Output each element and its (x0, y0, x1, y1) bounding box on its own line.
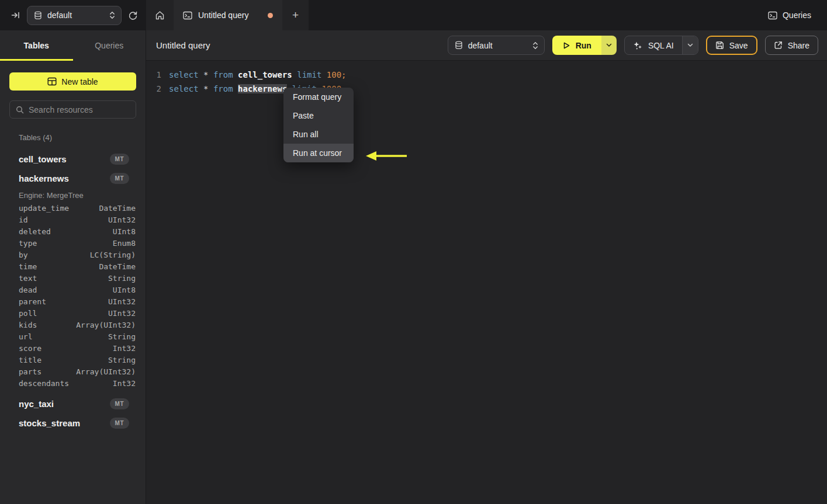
sql-ai-label: SQL AI (648, 41, 674, 50)
run-options-caret[interactable] (601, 36, 617, 55)
column-type: UInt32 (108, 297, 136, 306)
line-number: 2 (155, 82, 161, 96)
home-button[interactable] (146, 0, 174, 30)
code-token: hackernews (238, 84, 287, 93)
table-row[interactable]: cell_towers MT (9, 150, 136, 169)
table-engine-row: Engine: MergeTree (9, 188, 136, 202)
editor-code-line: 2 select * from hackernews limit 1000 (155, 82, 827, 96)
column-type: UInt32 (108, 309, 136, 318)
tab-untitled-query[interactable]: Untitled query (174, 0, 282, 30)
sidebar-tab-queries[interactable]: Queries (73, 30, 146, 61)
sparkles-icon (633, 41, 642, 50)
column-type: Enum8 (113, 239, 136, 248)
collapse-sidebar-button[interactable] (11, 11, 20, 20)
queries-button[interactable]: Queries (768, 0, 827, 30)
query-toolbar: Untitled query default Run (146, 30, 827, 61)
sidebar-tabs: Tables Queries (0, 30, 146, 61)
table-column-row: score Int32 (9, 342, 136, 354)
share-button[interactable]: Share (765, 36, 818, 55)
code-token (292, 70, 297, 79)
code-token (199, 70, 203, 79)
table-column-row: by LC(String) (9, 249, 136, 260)
sql-ai-split-button: SQL AI (624, 36, 698, 55)
column-name: by (19, 251, 28, 259)
sql-editor[interactable]: 1 select * from cell_towers limit 100; 2… (146, 61, 827, 504)
code-token (208, 70, 213, 79)
table-column-row: parts Array(UInt32) (9, 366, 136, 377)
table-engine-badge: MT (110, 398, 129, 409)
tables-list: cell_towers MT hackernews MT Engine: Mer… (9, 150, 136, 433)
body: Tables Queries New table Tables (4) (0, 30, 827, 504)
spacer (9, 389, 136, 394)
run-button[interactable]: Run (552, 36, 601, 55)
chevron-updown-icon (109, 11, 115, 19)
sql-ai-button[interactable]: SQL AI (625, 36, 682, 54)
query-title: Untitled query (156, 40, 210, 50)
chevron-down-icon (687, 43, 693, 47)
sidebar-tab-tables[interactable]: Tables (0, 30, 73, 61)
table-row[interactable]: nyc_taxi MT (9, 394, 136, 413)
column-name: parent (19, 297, 46, 306)
chevron-updown-icon (532, 41, 538, 50)
column-name: title (19, 356, 41, 364)
unsaved-changes-dot (268, 13, 273, 18)
new-tab-button[interactable]: + (282, 0, 309, 30)
tab-title: Untitled query (198, 11, 248, 20)
column-type: UInt8 (113, 286, 136, 294)
context-menu-item-format-query[interactable]: Format query (283, 88, 354, 106)
table-name: stocks_stream (19, 418, 80, 428)
context-menu-item-run-at-cursor[interactable]: Run at cursor (283, 144, 354, 162)
table-row[interactable]: hackernews MT (9, 169, 136, 188)
column-type: String (108, 356, 136, 364)
column-name: parts (19, 367, 41, 376)
topbar: default Untitled query (0, 0, 827, 30)
table-row[interactable]: stocks_stream MT (9, 413, 136, 433)
table-column-row: title String (9, 354, 136, 366)
annotation-arrow (361, 148, 409, 164)
new-table-label: New table (61, 77, 98, 86)
toolbar-database-value: default (468, 41, 493, 50)
refresh-button[interactable] (128, 11, 138, 20)
terminal-icon (768, 11, 777, 20)
table-column-row: url String (9, 331, 136, 342)
column-type: Array(UInt32) (76, 367, 136, 376)
column-type: Int32 (113, 344, 136, 353)
table-column-row: id UInt32 (9, 214, 136, 225)
code-token (233, 70, 238, 79)
table-column-row: type Enum8 (9, 237, 136, 249)
search-input[interactable] (29, 105, 134, 114)
table-column-row: parent UInt32 (9, 296, 136, 307)
run-button-label: Run (576, 41, 591, 50)
table-column-row: dead UInt8 (9, 284, 136, 296)
code-token (321, 70, 326, 79)
engine-label: Engine: MergeTree (19, 191, 84, 200)
topbar-database-selector[interactable]: default (27, 6, 122, 25)
sql-ai-caret[interactable] (682, 36, 698, 54)
context-menu-item-run-all[interactable]: Run all (283, 125, 354, 144)
search-box (9, 100, 136, 119)
column-name: kids (19, 321, 37, 329)
code-token: 100; (327, 70, 347, 79)
table-name: cell_towers (19, 154, 67, 164)
chevron-down-icon (606, 43, 612, 47)
code-token: cell_towers (238, 70, 292, 79)
context-menu-item-paste[interactable]: Paste (283, 106, 354, 125)
column-name: descendants (19, 379, 69, 388)
table-column-row: update_time DateTime (9, 202, 136, 214)
home-icon (155, 11, 165, 20)
column-name: type (19, 239, 37, 248)
code-token: select (169, 70, 199, 79)
line-code: select * from cell_towers limit 100; (169, 68, 347, 82)
new-table-button[interactable]: New table (9, 72, 136, 91)
column-type: UInt8 (113, 227, 136, 236)
refresh-icon (128, 11, 138, 20)
tabs-strip: Untitled query + (146, 0, 309, 30)
column-type: LC(String) (90, 251, 136, 259)
sidebar-content: New table Tables (4) cell_towers MT hack… (0, 61, 146, 504)
toolbar-database-selector[interactable]: default (448, 36, 545, 55)
code-token: limit (297, 70, 321, 79)
column-type: UInt32 (108, 215, 136, 224)
table-column-row: poll UInt32 (9, 307, 136, 319)
search-icon (16, 106, 24, 114)
save-button[interactable]: Save (706, 36, 757, 55)
